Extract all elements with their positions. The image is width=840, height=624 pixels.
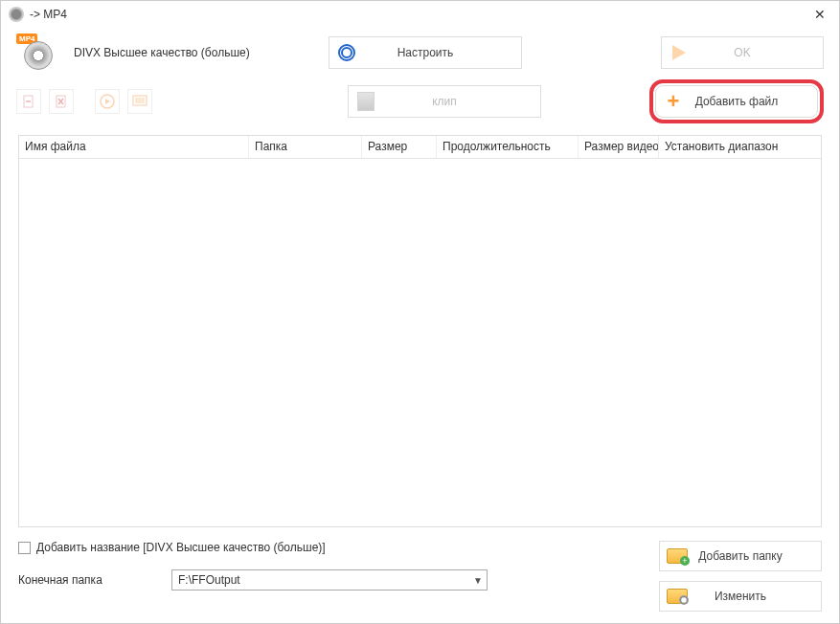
play-icon bbox=[100, 94, 115, 109]
ok-button[interactable]: OK bbox=[661, 36, 824, 69]
add-file-highlight: + Добавить файл bbox=[649, 79, 824, 123]
close-icon[interactable]: ✕ bbox=[808, 5, 831, 24]
col-set-range[interactable]: Установить диапазон bbox=[659, 136, 821, 158]
bottom-area: Добавить название [DIVX Высшее качество … bbox=[1, 527, 839, 623]
disc-icon bbox=[24, 41, 53, 70]
col-folder[interactable]: Папка bbox=[249, 136, 362, 158]
table-header: Имя файла Папка Размер Продолжительность… bbox=[19, 136, 821, 159]
monitor-icon bbox=[132, 95, 148, 108]
add-name-row: Добавить название [DIVX Высшее качество … bbox=[18, 541, 659, 554]
dest-select[interactable]: F:\FFOutput ▼ bbox=[171, 569, 488, 591]
format-icon: MP4 bbox=[16, 33, 55, 72]
top-row: MP4 DIVX Высшее качество (больше) Настро… bbox=[1, 28, 839, 76]
titlebar: -> MP4 ✕ bbox=[1, 1, 839, 28]
svg-marker-6 bbox=[105, 99, 110, 104]
dest-label: Конечная папка bbox=[18, 573, 171, 587]
add-folder-button[interactable]: Добавить папку bbox=[659, 541, 822, 571]
table-body bbox=[19, 159, 821, 526]
add-file-button[interactable]: + Добавить файл bbox=[655, 85, 818, 118]
folder-change-icon bbox=[667, 589, 688, 604]
bottom-buttons: Добавить папку Изменить bbox=[659, 541, 822, 612]
svg-rect-8 bbox=[135, 98, 145, 103]
file-table: Имя файла Папка Размер Продолжительность… bbox=[18, 135, 822, 527]
folder-add-icon bbox=[667, 548, 688, 564]
delete-button[interactable] bbox=[49, 89, 74, 114]
second-row: клип + Добавить файл bbox=[1, 76, 839, 135]
plus-icon: + bbox=[668, 91, 680, 112]
remove-button[interactable] bbox=[16, 89, 41, 114]
configure-button[interactable]: Настроить bbox=[329, 36, 522, 69]
page-x-icon bbox=[55, 95, 68, 108]
gear-icon bbox=[338, 44, 355, 61]
change-button[interactable]: Изменить bbox=[659, 581, 822, 612]
format-label: DIVX Высшее качество (больше) bbox=[74, 46, 284, 59]
window-title: -> MP4 bbox=[30, 8, 808, 21]
page-minus-icon bbox=[22, 95, 35, 108]
dest-row: Конечная папка F:\FFOutput ▼ bbox=[18, 569, 659, 591]
dest-value: F:\FFOutput bbox=[178, 573, 240, 587]
col-size[interactable]: Размер bbox=[362, 136, 437, 158]
app-window: -> MP4 ✕ MP4 DIVX Высшее качество (больш… bbox=[0, 0, 840, 624]
view-button[interactable] bbox=[127, 89, 152, 114]
add-name-checkbox[interactable] bbox=[18, 542, 31, 554]
clip-button[interactable]: клип bbox=[348, 85, 541, 118]
col-duration[interactable]: Продолжительность bbox=[437, 136, 579, 158]
film-icon bbox=[357, 92, 375, 111]
app-icon bbox=[9, 7, 24, 22]
play-button[interactable] bbox=[95, 89, 120, 114]
col-filename[interactable]: Имя файла bbox=[19, 136, 249, 158]
chevron-down-icon: ▼ bbox=[473, 575, 483, 586]
col-video-size[interactable]: Размер видео bbox=[579, 136, 659, 158]
arrow-right-icon bbox=[672, 45, 686, 60]
add-name-label: Добавить название [DIVX Высшее качество … bbox=[36, 541, 326, 554]
